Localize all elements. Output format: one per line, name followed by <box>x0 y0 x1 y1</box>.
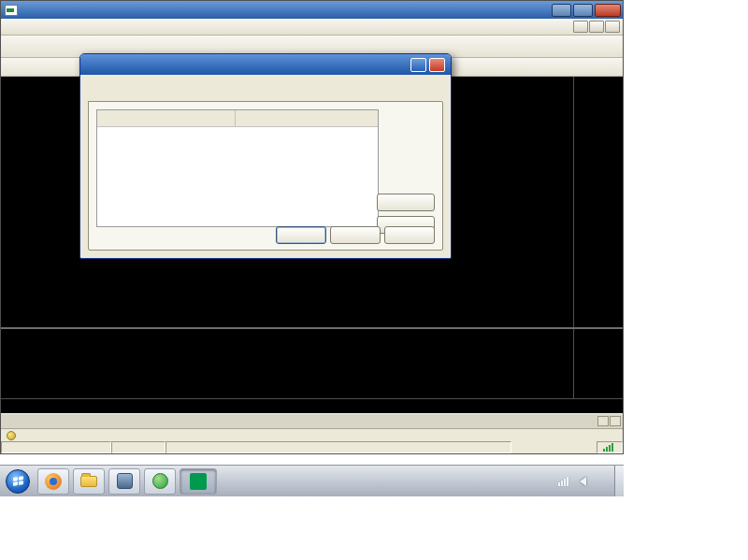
taskbar-explorer-button[interactable] <box>73 468 105 495</box>
time-axis[interactable] <box>1 398 623 413</box>
window-title-bar[interactable] <box>1 1 623 19</box>
indicator-axis[interactable] <box>573 329 623 398</box>
minimize-button[interactable] <box>552 4 571 17</box>
status-connection <box>597 441 623 453</box>
network-icon[interactable] <box>558 477 568 486</box>
show-desktop-button[interactable] <box>614 466 624 496</box>
folder-icon <box>80 476 97 487</box>
app4-icon <box>152 473 168 489</box>
notification-area <box>552 466 624 496</box>
status-help-text <box>1 441 111 453</box>
dialog-inputs-page <box>88 101 443 251</box>
taskbar-app3-button[interactable] <box>108 468 140 495</box>
maximize-button[interactable] <box>573 4 593 17</box>
app-chart-icon <box>5 5 18 16</box>
status-bar <box>1 441 623 453</box>
terminal-summary-bar <box>1 428 623 441</box>
fbs-app-icon <box>190 473 207 490</box>
taskbar-fbs-terminal-button[interactable] <box>180 468 217 495</box>
taskbar-app4-button[interactable] <box>144 468 176 495</box>
chart-restore-button[interactable] <box>589 21 604 33</box>
tab-scroll-right-button[interactable] <box>610 416 621 426</box>
chart-minimize-button[interactable] <box>573 21 588 33</box>
menu-bar <box>1 19 623 36</box>
dialog-tab-strip <box>80 75 451 80</box>
column-header-variable <box>97 110 236 126</box>
close-button[interactable] <box>595 4 621 17</box>
tab-scroll-left-button[interactable] <box>597 416 609 426</box>
column-header-value <box>236 110 240 126</box>
windows-taskbar <box>0 465 624 496</box>
reset-button[interactable] <box>384 226 435 244</box>
status-profile[interactable] <box>111 441 165 453</box>
app3-icon <box>117 473 133 489</box>
indicator-subwindow-canvas[interactable] <box>1 329 573 398</box>
ok-button[interactable] <box>276 226 326 244</box>
volume-icon[interactable] <box>575 477 586 486</box>
windows-flag-icon <box>13 476 23 486</box>
connection-signal-icon <box>603 443 613 452</box>
firefox-icon <box>45 473 62 490</box>
taskbar-firefox-button[interactable] <box>37 468 69 495</box>
custom-indicator-dialog <box>79 53 452 259</box>
status-quote-text <box>165 441 511 453</box>
load-button[interactable] <box>377 194 435 211</box>
dialog-help-button[interactable] <box>410 58 426 72</box>
price-axis[interactable] <box>573 77 623 327</box>
tab-scroll-buttons <box>597 416 621 426</box>
terminal-status-icon <box>7 431 16 440</box>
chart-tabs-bar <box>1 413 623 428</box>
mdi-controls <box>572 21 623 33</box>
dialog-title-bar[interactable] <box>80 54 451 75</box>
parameters-table <box>96 109 379 227</box>
start-button[interactable] <box>6 469 30 494</box>
parameters-table-header <box>97 110 378 127</box>
chart-close-button[interactable] <box>605 21 620 33</box>
dialog-close-button[interactable] <box>429 58 445 72</box>
cancel-button[interactable] <box>330 226 381 244</box>
